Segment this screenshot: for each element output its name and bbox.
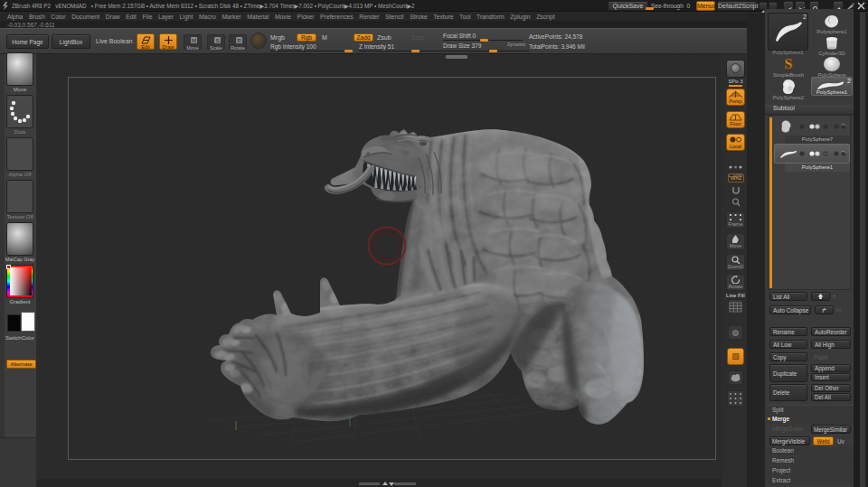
svg-text:S: S [785,56,793,71]
svg-text:M: M [192,38,196,43]
svg-text:R: R [237,38,241,43]
svg-text:S: S [215,38,219,43]
